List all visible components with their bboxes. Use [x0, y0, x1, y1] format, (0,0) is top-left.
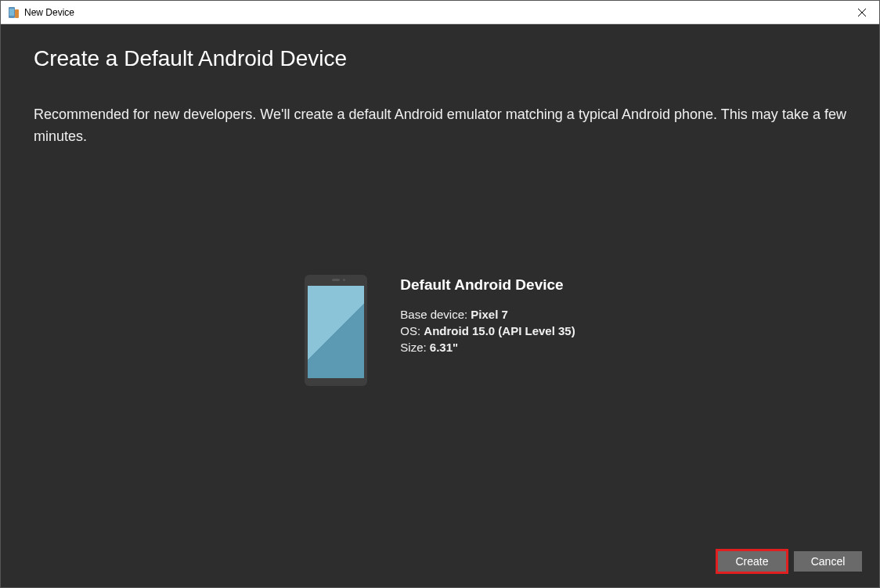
- svg-rect-2: [15, 9, 19, 18]
- close-icon: [858, 9, 866, 16]
- spec-base-device: Base device: Pixel 7: [400, 308, 575, 321]
- device-name: Default Android Device: [400, 276, 575, 294]
- spec-base-device-value: Pixel 7: [471, 308, 508, 321]
- device-details: Default Android Device Base device: Pixe…: [400, 275, 575, 357]
- phone-camera-icon: [343, 279, 345, 281]
- spec-os-label: OS:: [400, 324, 420, 337]
- app-icon: [7, 6, 20, 19]
- spec-os-value: Android 15.0 (API Level 35): [424, 324, 575, 337]
- create-button[interactable]: Create: [718, 551, 786, 572]
- spec-size-label: Size:: [400, 341, 426, 354]
- phone-screen-icon: [308, 286, 364, 378]
- dialog-content: Create a Default Android Device Recommen…: [1, 24, 879, 587]
- spec-os: OS: Android 15.0 (API Level 35): [400, 324, 575, 337]
- titlebar: New Device: [1, 1, 879, 24]
- page-description: Recommended for new developers. We'll cr…: [34, 104, 846, 148]
- titlebar-left: New Device: [7, 6, 74, 19]
- phone-speaker-icon: [332, 279, 340, 281]
- page-heading: Create a Default Android Device: [34, 46, 846, 71]
- phone-illustration: [305, 275, 367, 386]
- phone-icon: [305, 275, 367, 386]
- spec-size-value: 6.31": [430, 341, 458, 354]
- svg-rect-1: [9, 9, 14, 16]
- window-title: New Device: [24, 7, 74, 18]
- spec-size: Size: 6.31": [400, 341, 575, 354]
- cancel-button[interactable]: Cancel: [794, 551, 862, 572]
- dialog-button-row: Create Cancel: [718, 551, 862, 572]
- close-button[interactable]: [844, 1, 879, 24]
- device-preview-area: Default Android Device Base device: Pixe…: [1, 275, 879, 386]
- spec-base-device-label: Base device:: [400, 308, 467, 321]
